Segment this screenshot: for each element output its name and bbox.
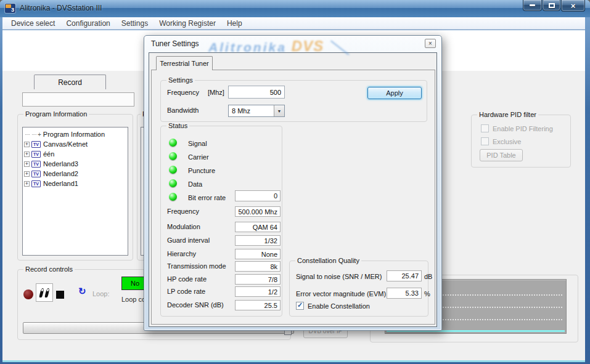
signal-label: Signal [188,140,207,147]
status-field-label: HP code rate [167,275,207,283]
tree-item-canvas-ketnet[interactable]: + TV Canvas/Ketnet [24,139,126,149]
menu-device-select[interactable]: Device select [6,18,60,29]
expander-icon[interactable]: + [24,171,30,177]
maximize-icon [549,3,555,8]
tv-icon: TV [31,171,41,177]
frequency-input[interactable] [228,86,285,99]
dialog-client: Terrestrial Tuner Settings Frequency [Mh… [149,52,437,327]
snr-value-field: 25.47 [387,270,422,281]
ber-led-icon [169,193,177,201]
pause-icon [44,288,50,297]
tree-item-nederland2[interactable]: + TV Nederland2 [24,169,126,179]
status-field-label: Decoder SNR (dB) [167,301,224,309]
tree-item-nederland1[interactable]: + TV Nederland1 [24,179,126,188]
tree-item-label: Nederland3 [43,160,78,168]
dialog-title[interactable]: Tuner Settings [151,39,199,48]
menu-bar: Device select Configuration Settings Wor… [2,17,585,30]
expander-icon[interactable]: + [24,181,30,187]
carrier-led-icon [169,152,177,160]
evm-unit-label: % [424,290,430,297]
record-filename-field[interactable] [22,92,134,107]
stop-button[interactable] [56,291,64,299]
status-group: Status Signal Carrier Puncture Data Bit … [160,126,282,317]
program-tree[interactable]: + Program Information + TV Canvas/Ketnet… [22,127,128,256]
evm-value-field: 5.33 [387,288,422,299]
status-field-label: Transmission mode [167,262,226,270]
puncture-led-icon [169,166,177,174]
window-title: Alitronika - DVSstation III [20,4,102,12]
constellation-quality-label: Constellation Quality [295,257,361,265]
tree-root-marker-icon: + [38,131,41,138]
enable-constellation-checkbox[interactable]: ✓ [296,302,304,310]
tuner-settings-dialog: Tuner Settings × Terrestrial Tuner Setti… [144,35,442,331]
tree-item-label: één [43,150,54,158]
enable-constellation-label: Enable Constellation [308,302,370,310]
record-button[interactable] [23,289,33,299]
expander-icon[interactable]: + [24,142,30,147]
close-icon: × [571,2,576,10]
tree-item-een[interactable]: + TV één [24,149,126,159]
tree-root[interactable]: + Program Information [24,129,126,139]
record-controls-label: Record controls [23,265,75,273]
ber-value-field: 0 [235,190,281,201]
app-window: 3 Alitronika - DVSstation III × Device s… [0,0,590,364]
status-field-value: None [235,249,281,259]
bandwidth-label: Bandwidth [167,107,199,114]
status-field-value: QAM 64 [235,222,281,232]
tree-item-label: Canvas/Ketnet [43,140,88,148]
settings-group: Settings Frequency [Mhz] Apply Bandwidth… [160,80,427,122]
title-bar[interactable]: 3 Alitronika - DVSstation III × [0,0,590,17]
app-icon-number: 3 [11,7,14,13]
tree-item-label: Nederland1 [43,180,78,187]
apply-button[interactable]: Apply [367,87,422,99]
tab-record-label: Record [58,78,82,87]
snr-unit-label: dB [424,273,432,280]
chevron-down-icon[interactable]: ▼ [274,105,284,116]
pause-icon [39,288,44,297]
maximize-button[interactable] [543,0,560,11]
expander-icon[interactable]: + [24,152,30,157]
loop-icon[interactable]: ↻ [78,286,86,296]
tv-icon: TV [31,161,41,168]
menu-settings[interactable]: Settings [116,18,154,29]
data-label: Data [188,180,202,188]
exclusive-checkbox[interactable] [481,137,489,145]
snr-label: Signal to noise (SNR / MER) [296,273,382,280]
program-information-group-label: Program Information [23,110,89,118]
menu-working-register[interactable]: Working Register [154,18,221,29]
status-field-label: Modulation [167,223,200,230]
status-field-label: Frequency [167,208,199,215]
tree-item-label: Nederland2 [43,170,78,177]
loop-label: Loop: [92,290,110,297]
enable-pid-filtering-checkbox[interactable] [481,124,489,132]
status-field-label: Guard interval [167,237,210,244]
puncture-label: Puncture [188,167,215,174]
tree-item-nederland3[interactable]: + TV Nederland3 [24,159,126,169]
check-icon: ✓ [297,301,303,309]
close-button[interactable]: × [561,0,585,12]
dialog-close-button[interactable]: × [425,39,436,48]
status-field-value: 1/32 [235,235,281,246]
hardware-pid-filter-group: Hardware PID filter Enable PID Filtering… [471,115,571,168]
status-field-value: 1/2 [235,286,281,297]
hardware-pid-filter-label: Hardware PID filter [477,111,538,119]
menu-configuration[interactable]: Configuration [60,18,115,29]
exclusive-label: Exclusive [493,138,521,145]
constellation-quality-group: Constellation Quality Signal to noise (S… [289,261,428,317]
status-field-value: 500.000 Mhz [235,206,281,217]
status-group-label: Status [166,122,189,130]
tree-root-label: Program Information [43,131,105,138]
data-led-icon [169,179,177,187]
pid-table-button[interactable]: PID Table [480,149,523,161]
menu-help[interactable]: Help [221,18,248,29]
ber-label: Bit error rate [188,194,226,201]
expander-icon[interactable]: + [24,161,30,167]
frequency-unit-label: [Mhz] [208,89,224,96]
pause-button[interactable] [36,283,53,302]
bandwidth-select[interactable]: 8 Mhz ▼ [228,105,285,117]
tab-record[interactable]: Record [34,75,106,89]
minimize-button[interactable] [523,0,542,11]
tab-terrestrial-tuner[interactable]: Terrestrial Tuner [156,56,213,70]
tv-icon: TV [31,180,41,187]
loop-count-label: Loop co [121,296,145,303]
